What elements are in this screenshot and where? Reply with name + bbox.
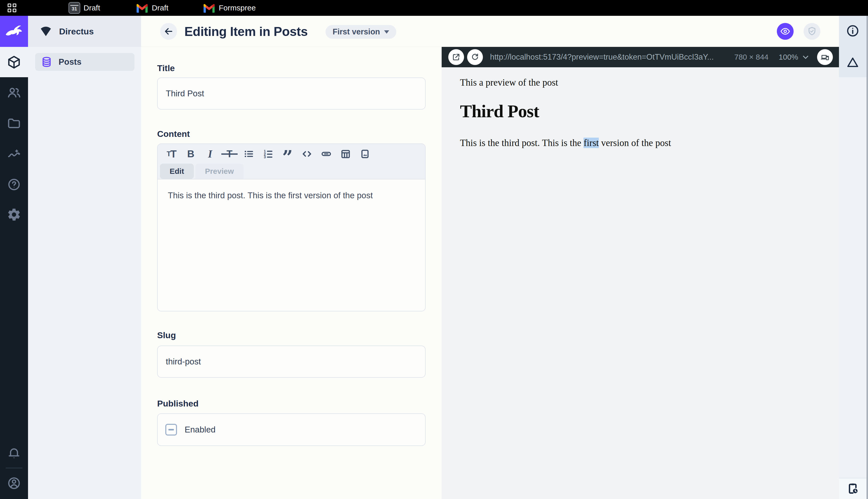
notifications-button[interactable] xyxy=(0,446,28,460)
users-icon xyxy=(7,86,21,100)
published-toggle[interactable]: Enabled xyxy=(157,413,426,446)
paragraph-text: This is the third post. This is the xyxy=(460,138,583,148)
title-input[interactable] xyxy=(157,77,426,110)
user-avatar-icon xyxy=(7,476,21,490)
checkbox-indeterminate-icon[interactable] xyxy=(165,424,177,436)
preview-intro-text: This a preview of the post xyxy=(460,77,839,88)
module-insights[interactable] xyxy=(0,147,28,161)
module-users[interactable] xyxy=(0,86,28,100)
topbar-tab-draft-gmail[interactable]: Draft xyxy=(136,3,168,13)
clipboard-clock-icon xyxy=(846,482,859,496)
gmail-icon xyxy=(203,3,215,13)
title-field-label: Title xyxy=(157,63,175,73)
page-title: Editing Item in Posts xyxy=(185,24,308,39)
chevron-down-icon xyxy=(802,53,809,61)
version-label: First version xyxy=(332,27,380,36)
strikethrough-icon[interactable]: T xyxy=(223,147,236,161)
project-name: Directus xyxy=(59,26,94,36)
module-bar xyxy=(0,16,28,499)
apps-grid-icon[interactable] xyxy=(8,3,16,12)
external-link-icon xyxy=(452,53,461,61)
refresh-icon xyxy=(471,53,479,61)
preview-url[interactable]: http://localhost:5173/4?preview=true&tok… xyxy=(490,52,734,62)
navigation-sidebar: Directus Posts xyxy=(28,16,141,499)
tab-preview[interactable]: Preview xyxy=(196,163,243,179)
table-icon[interactable] xyxy=(340,147,352,161)
preview-dimensions: 780 × 844 xyxy=(734,53,768,61)
project-header[interactable]: Directus xyxy=(28,16,141,47)
chevron-down-icon xyxy=(384,30,389,34)
preview-zoom-control[interactable]: 100% xyxy=(779,53,809,61)
preview-iframe-content: This a preview of the post Third Post Th… xyxy=(442,67,839,148)
bell-icon xyxy=(7,446,21,460)
eye-icon xyxy=(780,26,791,37)
directus-logo-button[interactable] xyxy=(0,16,28,47)
live-preview-button[interactable] xyxy=(777,23,794,40)
published-checkbox-label: Enabled xyxy=(185,425,215,435)
calendar-icon xyxy=(68,2,80,14)
shield-check-icon xyxy=(807,26,817,36)
account-button[interactable] xyxy=(0,476,28,490)
link-icon[interactable] xyxy=(320,147,332,161)
arrow-left-icon xyxy=(164,26,174,36)
format-size-icon[interactable]: TT xyxy=(165,147,177,161)
topbar-tab-draft-calendar[interactable]: Draft xyxy=(68,2,100,14)
bulleted-list-icon[interactable] xyxy=(243,147,255,161)
devices-icon xyxy=(820,52,830,62)
database-icon xyxy=(41,56,52,68)
image-icon[interactable] xyxy=(359,147,371,161)
slug-input[interactable] xyxy=(157,345,426,378)
module-content[interactable] xyxy=(0,47,28,77)
info-icon xyxy=(846,24,859,38)
version-selector[interactable]: First version xyxy=(326,25,396,39)
item-info-button[interactable] xyxy=(839,24,867,38)
editor-tabs: Edit Preview xyxy=(160,163,243,179)
gmail-icon xyxy=(136,3,149,13)
help-icon xyxy=(7,178,21,192)
preview-post-paragraph: This is the third post. This is the firs… xyxy=(460,137,839,148)
svg-text:3: 3 xyxy=(264,155,266,159)
topbar-tab-label: Draft xyxy=(152,3,168,12)
folder-icon xyxy=(7,116,21,131)
numbered-list-icon[interactable]: 1 2 3 xyxy=(262,147,274,161)
directus-rabbit-icon xyxy=(4,25,24,38)
tab-edit[interactable]: Edit xyxy=(160,163,194,179)
bold-icon[interactable]: B xyxy=(185,147,197,161)
warning-triangle-icon xyxy=(846,56,859,69)
sidebar-item-posts[interactable]: Posts xyxy=(35,53,135,71)
refresh-preview-button[interactable] xyxy=(467,49,483,65)
topbar-tab-label: Formspree xyxy=(219,3,256,12)
italic-icon[interactable]: I xyxy=(204,147,216,161)
device-size-button[interactable] xyxy=(817,49,833,65)
gear-icon xyxy=(7,207,21,222)
module-help[interactable] xyxy=(0,178,28,192)
code-icon[interactable] xyxy=(301,147,313,161)
published-field-label: Published xyxy=(157,399,198,409)
editor-toolbar-area: TT B I T 1 2 3 xyxy=(158,144,425,180)
right-sidebar-collapsed xyxy=(839,16,868,499)
content-field-label: Content xyxy=(157,129,190,139)
slug-field-label: Slug xyxy=(157,330,176,340)
page-header: Editing Item in Posts First version xyxy=(141,16,839,47)
open-in-new-tab-button[interactable] xyxy=(448,49,464,65)
rail-divider xyxy=(5,468,22,468)
paragraph-text: version of the post xyxy=(599,138,671,148)
project-logo-icon xyxy=(39,25,52,38)
item-edit-form: Title Content TT B I T 1 2 xyxy=(141,47,442,499)
preview-post-heading: Third Post xyxy=(460,101,839,122)
module-settings[interactable] xyxy=(0,207,28,222)
permissions-button[interactable] xyxy=(804,23,820,40)
module-files[interactable] xyxy=(0,116,28,131)
back-button[interactable] xyxy=(160,23,177,40)
topbar-tab-formspree[interactable]: Formspree xyxy=(203,3,256,13)
blockquote-icon[interactable]: ” xyxy=(281,147,294,161)
revisions-button[interactable] xyxy=(839,482,867,496)
highlighted-text: first xyxy=(583,138,599,148)
zoom-level: 100% xyxy=(779,53,798,61)
content-textarea[interactable]: This is the third post. This is the firs… xyxy=(158,180,425,312)
sidebar-item-label: Posts xyxy=(59,57,81,67)
warnings-button[interactable] xyxy=(839,56,867,69)
insights-icon xyxy=(7,147,21,161)
window-edge xyxy=(867,16,868,499)
live-preview-pane: http://localhost:5173/4?preview=true&tok… xyxy=(442,47,839,499)
